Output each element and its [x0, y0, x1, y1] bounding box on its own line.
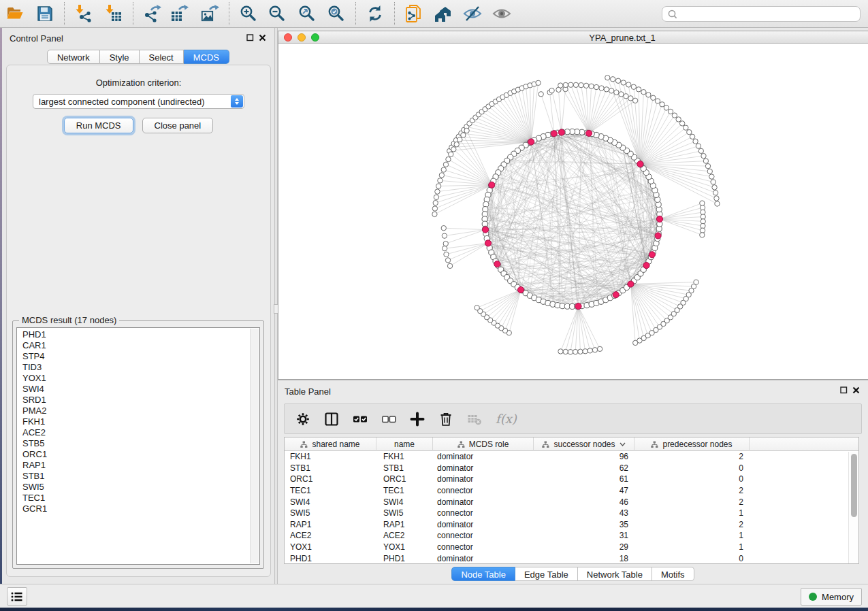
column-header-name[interactable]: name	[376, 437, 433, 451]
cell-MCDS-role: connector	[433, 486, 534, 495]
attribute-tree-icon	[457, 441, 465, 448]
close-panel-icon[interactable]	[259, 34, 266, 42]
table-row[interactable]: SWI4SWI4dominator462	[285, 496, 858, 508]
control-panel-title: Control Panel	[10, 33, 63, 44]
tab-network[interactable]: Network	[47, 50, 100, 64]
cell-MCDS-role: dominator	[433, 463, 534, 473]
float-panel-icon[interactable]	[246, 34, 254, 42]
mcds-result-item[interactable]: ACE2	[22, 427, 248, 438]
table-scrollbar[interactable]	[848, 452, 858, 563]
zoom-selected-icon[interactable]	[327, 4, 346, 23]
mcds-result-item[interactable]: STP4	[22, 351, 248, 362]
table-row[interactable]: SWI5SWI5connector431	[285, 508, 858, 519]
mcds-result-item[interactable]: TEC1	[22, 493, 248, 503]
table-body: FKH1FKH1dominator962STB1STB1dominator620…	[285, 451, 858, 564]
zoom-fit-icon[interactable]	[298, 4, 317, 23]
table-settings-gear-icon[interactable]	[295, 412, 310, 427]
column-header-MCDS-role[interactable]: MCDS role	[433, 437, 534, 451]
add-column-icon[interactable]	[410, 412, 425, 427]
show-columns-icon[interactable]	[324, 412, 339, 427]
zoom-in-icon[interactable]	[239, 4, 258, 23]
open-session-icon[interactable]	[5, 4, 25, 23]
table-row[interactable]: YOX1YOX1connector291	[285, 542, 858, 553]
memory-button[interactable]: Memory	[801, 588, 862, 606]
table-row[interactable]: ORC1ORC1dominator610	[285, 474, 858, 485]
mcds-result-item[interactable]: TID3	[22, 362, 248, 373]
close-table-panel-icon[interactable]	[852, 386, 860, 394]
mcds-result-item[interactable]: STB1	[22, 471, 248, 482]
refresh-layout-icon[interactable]	[366, 4, 385, 23]
homes-icon[interactable]	[434, 4, 453, 23]
select-all-icon[interactable]	[353, 412, 368, 427]
cell-predecessor-nodes: 1	[634, 542, 750, 552]
mcds-result-item[interactable]: CAR1	[22, 340, 248, 351]
mcds-result-item[interactable]: SRD1	[22, 395, 248, 406]
tab-motifs[interactable]: Motifs	[652, 567, 694, 581]
mcds-result-item[interactable]: ORC1	[22, 449, 248, 460]
run-mcds-button[interactable]: Run MCDS	[64, 118, 133, 133]
table-row[interactable]: STB1STB1dominator620	[285, 463, 858, 474]
tab-network-table[interactable]: Network Table	[578, 567, 652, 581]
import-network-icon[interactable]	[74, 4, 93, 23]
show-hidden-icon[interactable]	[492, 4, 511, 23]
export-network-icon[interactable]	[143, 4, 162, 23]
network-graph[interactable]	[278, 44, 868, 379]
cell-name: STB1	[376, 463, 433, 473]
tab-style[interactable]: Style	[100, 50, 140, 64]
search-icon	[667, 9, 678, 20]
float-table-panel-icon[interactable]	[840, 386, 848, 394]
toolbar-separator	[394, 2, 395, 25]
save-session-icon[interactable]	[35, 4, 54, 23]
mcds-list-scrollbar[interactable]	[250, 329, 259, 563]
export-image-icon[interactable]	[200, 4, 219, 23]
tab-mcds[interactable]: MCDS	[184, 50, 229, 64]
cell-MCDS-role: connector	[433, 531, 534, 540]
mcds-result-item[interactable]: FKH1	[22, 416, 248, 427]
mcds-result-item[interactable]: SWI4	[22, 384, 248, 395]
mcds-result-title: MCDS result (17 nodes)	[19, 315, 119, 325]
hide-selected-icon[interactable]	[463, 4, 482, 23]
tab-select[interactable]: Select	[140, 50, 184, 64]
tab-node-table[interactable]: Node Table	[451, 567, 515, 581]
table-row[interactable]: TEC1TEC1connector472	[285, 485, 858, 497]
close-mcds-panel-button[interactable]: Close panel	[142, 118, 214, 133]
table-scrollbar-thumb[interactable]	[851, 454, 857, 517]
minimize-window-button[interactable]	[298, 33, 306, 42]
memory-label: Memory	[822, 592, 854, 602]
network-window-title: YPA_prune.txt_1	[589, 33, 655, 43]
delete-column-icon[interactable]	[438, 412, 453, 427]
mcds-result-item[interactable]: PHD1	[22, 329, 248, 340]
task-history-button[interactable]	[7, 587, 27, 606]
cell-predecessor-nodes: 2	[634, 486, 750, 495]
column-header-predecessor-nodes[interactable]: predecessor nodes	[634, 437, 750, 451]
column-header-successor-nodes[interactable]: successor nodes	[534, 437, 634, 451]
table-row[interactable]: ACE2ACE2connector311	[285, 530, 858, 542]
mcds-result-item[interactable]: SWI5	[22, 482, 248, 493]
mcds-result-item[interactable]: RAP1	[22, 460, 248, 471]
network-window: YPA_prune.txt_1	[278, 31, 868, 380]
search-input[interactable]	[681, 8, 860, 20]
column-header-shared-name[interactable]: shared name	[285, 437, 376, 451]
table-row[interactable]: FKH1FKH1dominator962	[285, 451, 858, 463]
table-row[interactable]: RAP1RAP1dominator352	[285, 519, 858, 531]
tab-edge-table[interactable]: Edge Table	[515, 567, 578, 581]
maximize-window-button[interactable]	[311, 33, 319, 42]
import-table-icon[interactable]	[104, 4, 123, 23]
network-from-selection-icon[interactable]	[404, 4, 423, 23]
table-row[interactable]: PHD1PHD1dominator180	[285, 552, 858, 564]
criterion-dropdown[interactable]: largest connected component (undirected)	[33, 94, 244, 109]
cell-successor-nodes: 43	[534, 508, 634, 518]
mcds-result-item[interactable]: YOX1	[22, 373, 248, 384]
mcds-result-item[interactable]: PMA2	[22, 406, 248, 416]
network-titlebar[interactable]: YPA_prune.txt_1	[278, 31, 868, 44]
mcds-result-item[interactable]: GCR1	[22, 503, 248, 514]
export-table-icon[interactable]	[170, 4, 189, 23]
mcds-result-box: MCDS result (17 nodes) PHD1CAR1STP4TID3Y…	[12, 320, 264, 569]
zoom-out-icon[interactable]	[268, 4, 287, 23]
network-canvas[interactable]	[278, 44, 868, 379]
cell-predecessor-nodes: 0	[634, 463, 750, 473]
mcds-result-item[interactable]: STB5	[22, 438, 248, 449]
table-header-row: shared namenameMCDS rolesuccessor nodesp…	[285, 437, 858, 451]
close-window-button[interactable]	[284, 33, 292, 42]
deselect-all-icon[interactable]	[381, 412, 396, 427]
